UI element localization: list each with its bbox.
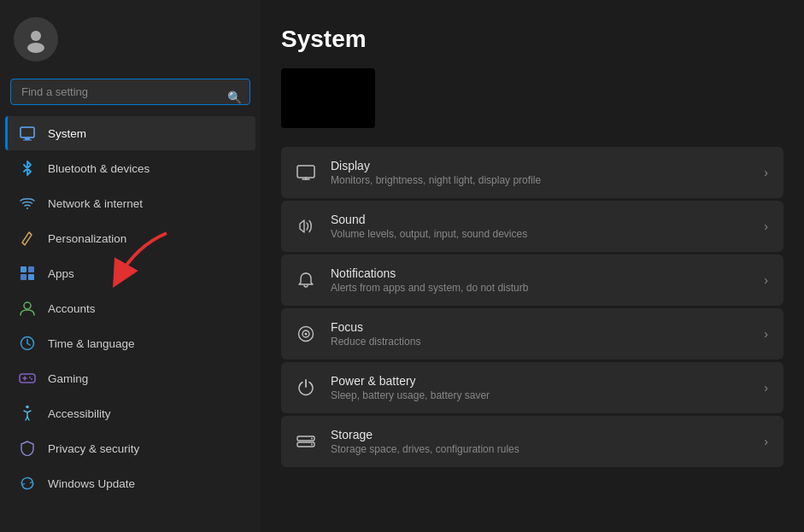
sidebar-item-privacy[interactable]: Privacy & security xyxy=(5,431,255,465)
storage-subtitle: Storage space, drives, configuration rul… xyxy=(331,443,748,455)
sound-title: Sound xyxy=(331,213,748,226)
main-content: System Display Monitors, brightness, nig… xyxy=(261,0,804,532)
sidebar-item-label-time: Time & language xyxy=(48,337,135,350)
svg-rect-7 xyxy=(28,266,34,272)
accessibility-icon xyxy=(19,405,36,422)
svg-rect-4 xyxy=(23,140,32,141)
sidebar-item-label-gaming: Gaming xyxy=(48,372,88,385)
power-text: Power & battery Sleep, battery usage, ba… xyxy=(331,374,748,401)
storage-text: Storage Storage space, drives, configura… xyxy=(331,428,748,455)
svg-rect-8 xyxy=(21,274,26,280)
svg-point-13 xyxy=(29,377,31,378)
focus-text: Focus Reduce distractions xyxy=(331,320,748,348)
svg-point-23 xyxy=(311,438,313,440)
sidebar-item-personalization[interactable]: Personalization xyxy=(5,221,255,255)
notifications-icon xyxy=(296,271,315,289)
sidebar-item-apps[interactable]: Apps xyxy=(5,256,255,290)
svg-point-24 xyxy=(311,444,313,446)
windows-update-icon xyxy=(19,475,36,492)
display-title: Display xyxy=(331,159,748,172)
svg-point-10 xyxy=(24,302,31,309)
privacy-icon xyxy=(19,440,36,457)
sidebar-item-system[interactable]: System xyxy=(5,116,255,150)
setting-item-focus[interactable]: Focus Reduce distractions › xyxy=(281,308,783,360)
svg-rect-17 xyxy=(297,166,314,178)
gaming-icon xyxy=(19,370,36,387)
sidebar-item-network[interactable]: Network & internet xyxy=(5,186,255,220)
notifications-text: Notifications Alerts from apps and syste… xyxy=(331,266,748,294)
sound-chevron: › xyxy=(764,219,768,233)
power-chevron: › xyxy=(764,381,768,395)
sound-subtitle: Volume levels, output, input, sound devi… xyxy=(331,228,748,240)
page-title: System xyxy=(281,26,783,53)
svg-point-0 xyxy=(31,31,41,41)
sidebar-item-label-accessibility: Accessibility xyxy=(48,407,111,420)
sound-icon xyxy=(296,217,315,236)
notifications-subtitle: Alerts from apps and system, do not dist… xyxy=(331,282,748,294)
sidebar-item-label-privacy: Privacy & security xyxy=(48,442,139,455)
sidebar-item-label-system: System xyxy=(48,127,86,140)
svg-rect-9 xyxy=(28,274,34,280)
svg-point-20 xyxy=(305,333,308,336)
power-title: Power & battery xyxy=(331,374,748,388)
search-input[interactable] xyxy=(10,79,250,105)
setting-item-storage[interactable]: Storage Storage space, drives, configura… xyxy=(281,416,783,467)
bluetooth-icon xyxy=(19,160,36,177)
svg-point-14 xyxy=(31,378,32,380)
notifications-chevron: › xyxy=(764,273,768,287)
storage-title: Storage xyxy=(331,428,748,441)
setting-item-notifications[interactable]: Notifications Alerts from apps and syste… xyxy=(281,254,783,306)
sidebar-item-label-bluetooth: Bluetooth & devices xyxy=(48,162,150,175)
notifications-title: Notifications xyxy=(331,266,748,280)
focus-icon xyxy=(296,324,315,343)
sidebar-item-time[interactable]: Time & language xyxy=(5,326,255,360)
setting-item-display[interactable]: Display Monitors, brightness, night ligh… xyxy=(281,147,783,198)
search-icon: 🔍 xyxy=(227,91,242,104)
display-subtitle: Monitors, brightness, night light, displ… xyxy=(331,174,748,186)
display-preview xyxy=(281,68,375,128)
svg-point-1 xyxy=(27,43,44,53)
sidebar-item-label-windows-update: Windows Update xyxy=(48,477,135,490)
system-icon xyxy=(19,125,36,142)
sidebar-item-gaming[interactable]: Gaming xyxy=(5,361,255,395)
display-icon xyxy=(296,163,315,182)
profile-section xyxy=(0,17,261,79)
accounts-icon xyxy=(19,300,36,317)
sidebar-item-label-apps: Apps xyxy=(48,267,74,280)
svg-rect-6 xyxy=(21,266,26,272)
sidebar-item-accessibility[interactable]: Accessibility xyxy=(5,396,255,430)
svg-rect-2 xyxy=(21,127,34,137)
time-icon xyxy=(19,335,36,352)
sidebar-item-label-accounts: Accounts xyxy=(48,302,96,315)
svg-rect-12 xyxy=(20,374,35,383)
network-icon xyxy=(19,195,36,212)
setting-item-power[interactable]: Power & battery Sleep, battery usage, ba… xyxy=(281,362,783,413)
svg-point-5 xyxy=(26,208,28,209)
sidebar-item-bluetooth[interactable]: Bluetooth & devices xyxy=(5,151,255,185)
focus-chevron: › xyxy=(764,327,768,341)
search-container: 🔍 xyxy=(0,79,261,115)
avatar xyxy=(14,17,58,61)
sidebar-nav: System Bluetooth & devices Network & int… xyxy=(0,115,261,501)
svg-rect-3 xyxy=(25,138,30,140)
focus-subtitle: Reduce distractions xyxy=(331,336,748,348)
sidebar-item-windows-update[interactable]: Windows Update xyxy=(5,466,255,500)
svg-point-15 xyxy=(26,406,29,409)
power-icon xyxy=(296,378,315,397)
personalization-icon xyxy=(19,230,36,247)
power-subtitle: Sleep, battery usage, battery saver xyxy=(331,389,748,401)
settings-list: Display Monitors, brightness, night ligh… xyxy=(281,147,783,467)
storage-icon xyxy=(296,432,315,451)
storage-chevron: › xyxy=(764,435,768,448)
setting-item-sound[interactable]: Sound Volume levels, output, input, soun… xyxy=(281,201,783,252)
sidebar-item-accounts[interactable]: Accounts xyxy=(5,291,255,325)
display-chevron: › xyxy=(764,166,768,179)
sound-text: Sound Volume levels, output, input, soun… xyxy=(331,213,748,240)
sidebar-item-label-personalization: Personalization xyxy=(48,232,126,245)
focus-title: Focus xyxy=(331,320,748,334)
sidebar-item-label-network: Network & internet xyxy=(48,197,143,210)
sidebar: 🔍 System Bluetooth & devices xyxy=(0,0,261,532)
apps-icon xyxy=(19,265,36,282)
display-text: Display Monitors, brightness, night ligh… xyxy=(331,159,748,186)
